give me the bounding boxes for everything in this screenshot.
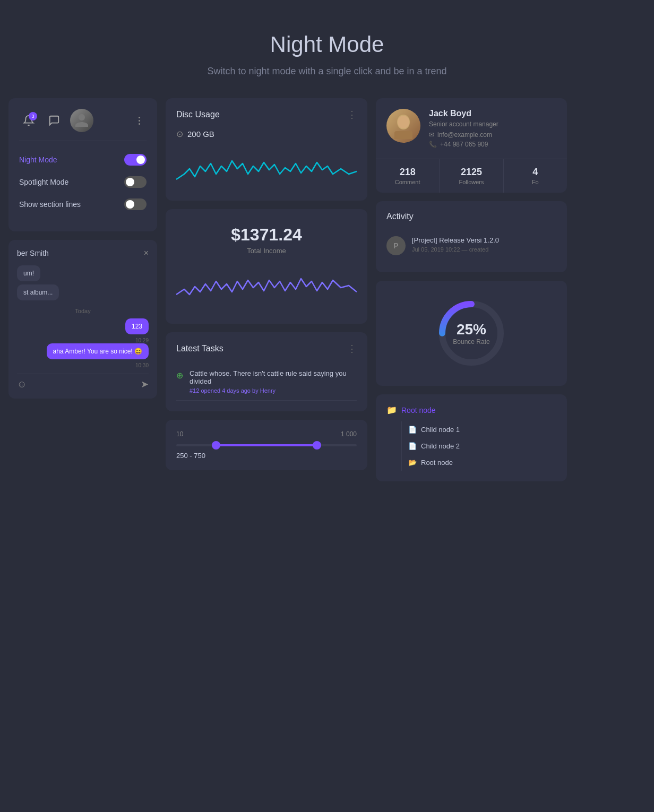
page-header: Night Mode Switch to night mode with a s… xyxy=(0,0,654,98)
disc-icon: ⊙ xyxy=(176,129,183,139)
tasks-title: Latest Tasks xyxy=(176,344,223,353)
message-time-2: 10:30 xyxy=(17,362,149,368)
task-item: ⊕ Cattle whose. There isn't cattle rule … xyxy=(176,363,357,401)
task-meta-user: Henry xyxy=(260,387,276,394)
income-card: $1371.24 Total Income xyxy=(166,209,367,324)
tree-child-2-label: Child node 2 xyxy=(421,442,460,450)
right-column: Jack Boyd Senior account manager ✉ info@… xyxy=(376,98,567,481)
message-received-1: um! xyxy=(17,265,40,281)
disc-size: ⊙ 200 GB xyxy=(176,129,357,139)
section-lines-label: Show section lines xyxy=(19,200,81,209)
range-thumb-right[interactable] xyxy=(313,441,321,450)
svg-point-2 xyxy=(398,116,409,128)
section-lines-toggle[interactable] xyxy=(124,198,147,210)
spotlight-mode-toggle[interactable] xyxy=(124,176,147,188)
left-column: 3 xyxy=(8,98,157,399)
svg-rect-1 xyxy=(394,131,412,139)
profile-stats: 218 Comment 2125 Followers 4 Fo xyxy=(376,159,567,193)
phone-icon: 📞 xyxy=(429,141,437,148)
section-lines-row: Show section lines xyxy=(19,198,147,210)
message-received-2: st album... xyxy=(17,284,59,300)
settings-header: 3 xyxy=(19,109,147,141)
chat-messages: um! st album... Today 123 10:29 aha Ambe… xyxy=(17,265,149,368)
stat-fo: 4 Fo xyxy=(504,159,567,193)
stat-fo-number: 4 xyxy=(508,167,563,178)
tree-child-2[interactable]: 📄 Child node 2 xyxy=(401,438,556,454)
tree-child-root[interactable]: 📂 Root node xyxy=(401,454,556,471)
activity-avatar: P xyxy=(386,236,406,255)
email-value: info@example.com xyxy=(437,131,492,139)
tasks-menu[interactable]: ⋮ xyxy=(347,343,357,355)
profile-name: Jack Boyd xyxy=(429,109,556,118)
income-label: Total Income xyxy=(176,247,357,255)
profile-card: Jack Boyd Senior account manager ✉ info@… xyxy=(376,98,567,193)
range-max: 1 000 xyxy=(341,430,357,438)
tree-card: 📁 Root node 📄 Child node 1 📄 Child node … xyxy=(376,394,567,481)
night-mode-label: Night Mode xyxy=(19,156,57,164)
avatar-image xyxy=(70,109,93,132)
task-meta-prefix: #12 opened 4 days ago by xyxy=(190,387,259,394)
activity-item: P [Project] Release Versi 1.2.0 Jul 05, … xyxy=(386,230,556,262)
tree-children: 📄 Child node 1 📄 Child node 2 📂 Root nod… xyxy=(399,421,556,471)
message-time-1: 10:29 xyxy=(17,338,149,343)
message-sent-2: aha Amber! You are so nice! 😄 xyxy=(47,343,149,359)
night-mode-toggle[interactable] xyxy=(124,154,147,166)
message-sent-1: 123 xyxy=(125,318,149,334)
notification-badge: 3 xyxy=(29,112,37,120)
range-values: 10 1 000 xyxy=(176,430,357,438)
income-amount: $1371.24 xyxy=(176,225,357,245)
disc-usage-title: Disc Usage xyxy=(176,110,220,119)
bounce-label: Bounce Rate xyxy=(453,338,489,345)
page-subtitle: Switch to night mode with a single click… xyxy=(11,66,643,77)
tree-root-icon: 📁 xyxy=(386,405,397,415)
task-title: Cattle whose. There isn't cattle rule sa… xyxy=(190,369,357,385)
income-wave-chart xyxy=(176,265,357,308)
task-meta: #12 opened 4 days ago by Henry xyxy=(190,387,357,394)
profile-email: ✉ info@example.com xyxy=(429,131,556,139)
bounce-percent: 25% xyxy=(453,321,489,338)
tree-child-1[interactable]: 📄 Child node 1 xyxy=(401,421,556,438)
main-layout: 3 xyxy=(0,98,654,481)
disc-wave-chart xyxy=(176,148,357,190)
today-divider: Today xyxy=(17,308,149,314)
tree-child-1-label: Child node 1 xyxy=(421,426,460,434)
phone-value: +44 987 065 909 xyxy=(440,141,488,148)
stat-comment-number: 218 xyxy=(380,167,435,178)
donut-center: 25% Bounce Rate xyxy=(453,321,489,345)
close-chat-button[interactable]: × xyxy=(144,248,149,258)
range-display: 250 - 750 xyxy=(176,452,357,460)
more-options-button[interactable] xyxy=(132,113,147,128)
spotlight-mode-row: Spotlight Mode xyxy=(19,176,147,188)
activity-title: Activity xyxy=(386,212,414,221)
range-min: 10 xyxy=(176,430,183,438)
stat-followers-number: 2125 xyxy=(444,167,498,178)
profile-phone: 📞 +44 987 065 909 xyxy=(429,141,556,148)
activity-content: [Project] Release Versi 1.2.0 Jul 05, 20… xyxy=(412,236,499,253)
activity-header: Activity xyxy=(386,212,556,221)
tree-root-node[interactable]: 📁 Root node xyxy=(386,405,556,415)
activity-item-time: Jul 05, 2019 10:22 — created xyxy=(412,246,499,253)
notifications-button[interactable]: 3 xyxy=(19,111,38,130)
profile-details: Jack Boyd Senior account manager ✉ info@… xyxy=(429,109,556,148)
send-button[interactable]: ➤ xyxy=(141,378,149,390)
range-fill xyxy=(216,444,317,446)
stat-fo-label: Fo xyxy=(508,179,563,185)
emoji-button[interactable]: ☺ xyxy=(17,379,27,390)
tree-child-root-icon: 📂 xyxy=(408,459,417,467)
stat-followers: 2125 Followers xyxy=(440,159,503,193)
night-mode-row: Night Mode xyxy=(19,154,147,166)
chat-card: ber Smith × um! st album... Today 123 10… xyxy=(8,240,157,399)
range-thumb-left[interactable] xyxy=(212,441,220,450)
chat-contact-name: ber Smith xyxy=(17,249,49,257)
tree-child-root-label: Root node xyxy=(421,459,453,467)
tree-child-1-icon: 📄 xyxy=(408,426,417,434)
activity-item-title: [Project] Release Versi 1.2.0 xyxy=(412,236,499,244)
chat-button[interactable] xyxy=(45,111,64,130)
range-slider-track[interactable] xyxy=(176,444,357,446)
stat-followers-label: Followers xyxy=(444,179,498,185)
spotlight-mode-label: Spotlight Mode xyxy=(19,178,68,186)
settings-card: 3 xyxy=(8,98,157,231)
disc-usage-menu[interactable]: ⋮ xyxy=(347,109,357,120)
disc-usage-header: Disc Usage ⋮ xyxy=(176,109,357,120)
chat-input-row: ☺ ➤ xyxy=(17,374,149,390)
